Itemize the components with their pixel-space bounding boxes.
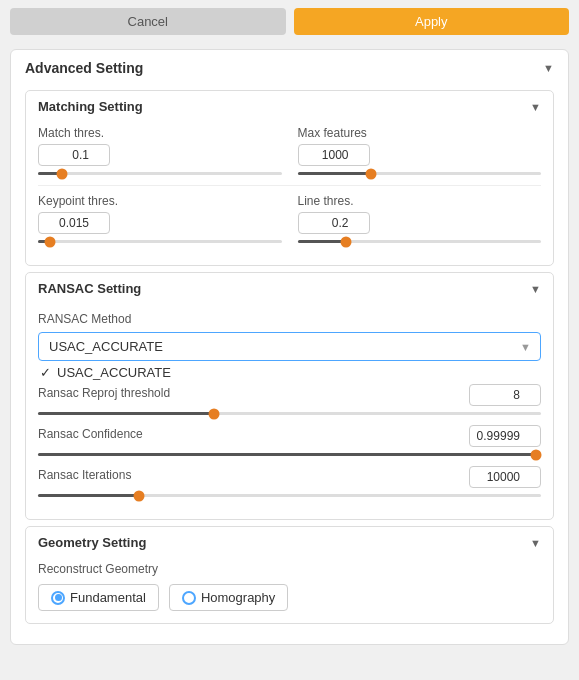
- max-features-group: Max features: [298, 126, 542, 175]
- ransac-method-wrapper: USAC_ACCURATE RANSAC LMEDS ▼: [38, 332, 541, 361]
- matching-setting-content: Match thres. Max features: [26, 122, 553, 265]
- geometry-radio-group: Fundamental Homography: [38, 584, 541, 611]
- ransac-setting-header[interactable]: RANSAC Setting ▼: [26, 273, 553, 304]
- max-features-slider-thumb[interactable]: [365, 168, 376, 179]
- match-thres-label: Match thres.: [38, 126, 282, 140]
- homography-label: Homography: [201, 590, 275, 605]
- geometry-setting-title: Geometry Setting: [38, 535, 146, 550]
- max-features-slider-track: [298, 172, 542, 175]
- match-thres-input[interactable]: [38, 144, 110, 166]
- advanced-setting-content: Matching Setting ▼ Match thres.: [11, 86, 568, 644]
- geometry-setting-subsection: Geometry Setting ▼ Reconstruct Geometry …: [25, 526, 554, 624]
- line-thres-slider-thumb[interactable]: [341, 236, 352, 247]
- advanced-setting-title: Advanced Setting: [25, 60, 143, 76]
- iterations-input[interactable]: [469, 466, 541, 488]
- fundamental-label: Fundamental: [70, 590, 146, 605]
- ransac-selected-label: USAC_ACCURATE: [57, 365, 171, 380]
- line-thres-slider-container: [298, 240, 542, 243]
- keypoint-thres-input-row: [38, 212, 282, 234]
- keypoint-thres-group: Keypoint thres.: [38, 194, 282, 243]
- advanced-setting-section: Advanced Setting ▼ Matching Setting ▼ Ma…: [10, 49, 569, 645]
- confidence-input[interactable]: [469, 425, 541, 447]
- homography-option[interactable]: Homography: [169, 584, 288, 611]
- ransac-method-label: RANSAC Method: [38, 312, 541, 326]
- reconstruct-label: Reconstruct Geometry: [38, 562, 541, 576]
- advanced-setting-chevron: ▼: [543, 62, 554, 74]
- matching-setting-title: Matching Setting: [38, 99, 143, 114]
- line-thres-input[interactable]: [298, 212, 370, 234]
- max-features-input-row: [298, 144, 542, 166]
- confidence-group: Ransac Confidence: [38, 425, 541, 456]
- ransac-method-select[interactable]: USAC_ACCURATE RANSAC LMEDS: [38, 332, 541, 361]
- confidence-slider-thumb[interactable]: [530, 449, 541, 460]
- line-thres-group: Line thres.: [298, 194, 542, 243]
- matching-setting-header[interactable]: Matching Setting ▼: [26, 91, 553, 122]
- match-thres-slider-container: [38, 172, 282, 175]
- homography-radio[interactable]: [182, 591, 196, 605]
- geometry-setting-content: Reconstruct Geometry Fundamental Homogra…: [26, 558, 553, 623]
- iterations-group: Ransac Iterations: [38, 466, 541, 497]
- max-features-slider-fill: [298, 172, 371, 175]
- ransac-setting-content: RANSAC Method USAC_ACCURATE RANSAC LMEDS…: [26, 304, 553, 519]
- confidence-slider-fill: [38, 453, 536, 456]
- geometry-chevron: ▼: [530, 537, 541, 549]
- line-thres-label: Line thres.: [298, 194, 542, 208]
- match-thres-slider-track: [38, 172, 282, 175]
- reproj-slider-track: [38, 412, 541, 415]
- max-features-label: Max features: [298, 126, 542, 140]
- geometry-setting-header[interactable]: Geometry Setting ▼: [26, 527, 553, 558]
- keypoint-thres-slider-container: [38, 240, 282, 243]
- max-features-slider-container: [298, 172, 542, 175]
- ransac-setting-title: RANSAC Setting: [38, 281, 141, 296]
- confidence-label: Ransac Confidence: [38, 427, 143, 441]
- iterations-slider-track: [38, 494, 541, 497]
- top-bar: Cancel Apply: [0, 0, 579, 43]
- reproj-threshold-input[interactable]: [469, 384, 541, 406]
- matching-chevron: ▼: [530, 101, 541, 113]
- match-thres-slider-thumb[interactable]: [57, 168, 68, 179]
- advanced-setting-header[interactable]: Advanced Setting ▼: [11, 50, 568, 86]
- keypoint-thres-slider-track: [38, 240, 282, 243]
- match-thres-input-row: [38, 144, 282, 166]
- matching-setting-subsection: Matching Setting ▼ Match thres.: [25, 90, 554, 266]
- ransac-chevron: ▼: [530, 283, 541, 295]
- max-features-input[interactable]: [298, 144, 370, 166]
- fundamental-radio[interactable]: [51, 591, 65, 605]
- keypoint-thres-label: Keypoint thres.: [38, 194, 282, 208]
- reproj-slider-fill: [38, 412, 214, 415]
- line-thres-slider-track: [298, 240, 542, 243]
- keypoint-thres-slider-thumb[interactable]: [45, 236, 56, 247]
- match-row-1: Match thres. Max features: [38, 126, 541, 175]
- iterations-slider-fill: [38, 494, 139, 497]
- apply-button[interactable]: Apply: [294, 8, 570, 35]
- reproj-threshold-label: Ransac Reproj threshold: [38, 386, 170, 400]
- keypoint-thres-input[interactable]: [38, 212, 110, 234]
- cancel-button[interactable]: Cancel: [10, 8, 286, 35]
- line-thres-input-row: [298, 212, 542, 234]
- fundamental-option[interactable]: Fundamental: [38, 584, 159, 611]
- iterations-slider-thumb[interactable]: [133, 490, 144, 501]
- confidence-slider-track: [38, 453, 541, 456]
- match-thres-group: Match thres.: [38, 126, 282, 175]
- checkmark-icon: ✓: [40, 365, 51, 380]
- ransac-selected-option: ✓ USAC_ACCURATE: [38, 361, 541, 384]
- reproj-threshold-group: Ransac Reproj threshold: [38, 384, 541, 415]
- match-row-2: Keypoint thres. Line thres.: [38, 194, 541, 243]
- iterations-label: Ransac Iterations: [38, 468, 131, 482]
- line-thres-slider-fill: [298, 240, 347, 243]
- ransac-setting-subsection: RANSAC Setting ▼ RANSAC Method USAC_ACCU…: [25, 272, 554, 520]
- reproj-slider-thumb[interactable]: [209, 408, 220, 419]
